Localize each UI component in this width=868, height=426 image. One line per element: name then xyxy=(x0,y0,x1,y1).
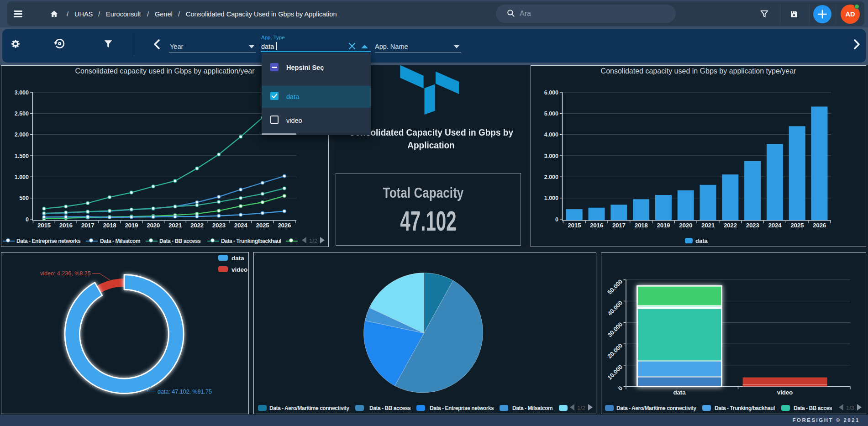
svg-text:40.000: 40.000 xyxy=(606,300,624,317)
svg-text:50.000: 50.000 xyxy=(606,278,624,296)
svg-text:10.000: 10.000 xyxy=(606,363,624,381)
svg-text:30.000: 30.000 xyxy=(606,321,624,339)
svg-text:data: data xyxy=(673,389,686,396)
svg-text:20.000: 20.000 xyxy=(606,342,624,360)
svg-text:0: 0 xyxy=(616,385,624,392)
svg-text:video: video xyxy=(777,389,793,396)
